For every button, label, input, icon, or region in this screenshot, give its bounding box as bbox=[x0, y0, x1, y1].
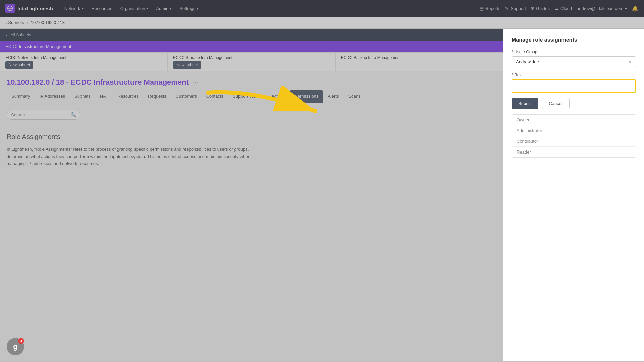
panel-buttons: Submit Cancel bbox=[512, 98, 636, 109]
role-label: * Role bbox=[512, 73, 636, 77]
badge-count: 3 bbox=[18, 338, 24, 344]
breadcrumb-back[interactable]: ‹ Subnets bbox=[5, 20, 24, 25]
tabs: Summary IP Addresses Subnets NAT Resourc… bbox=[0, 90, 503, 103]
chevron-down-icon: ▾ bbox=[197, 7, 198, 10]
tab-scans[interactable]: Scans bbox=[343, 90, 365, 103]
subnet-cell-1[interactable]: ECDC Network Infra Management New subnet bbox=[0, 53, 168, 71]
nav-organization[interactable]: Organization ▾ bbox=[117, 4, 152, 13]
user-group-label: * User / Group bbox=[512, 50, 636, 54]
highlighted-subnet[interactable]: ECDC Infrastructure Management bbox=[0, 41, 503, 52]
tab-customers[interactable]: Customers bbox=[171, 90, 202, 103]
tab-nat[interactable]: NAT bbox=[95, 90, 113, 103]
collapse-icon: ▴ bbox=[5, 33, 7, 37]
nav-right: ▤ Reports ✎ Support ⊞ Guides ☁ Cloud and… bbox=[480, 5, 639, 12]
subnet-cell-3[interactable]: ECDC Backup Infra Management bbox=[336, 53, 503, 71]
chevron-down-icon: ✕ bbox=[628, 59, 632, 64]
subnet-cell-2[interactable]: ECDC Storage Inra Management New subnet bbox=[168, 53, 335, 71]
search-row: 🔍 bbox=[0, 103, 503, 126]
role-assignments-section: Role Assignments In Lightmesh, "Role Ass… bbox=[0, 126, 503, 174]
more-options-icon[interactable]: ··· bbox=[193, 79, 198, 86]
search-box: 🔍 bbox=[7, 110, 80, 120]
new-subnet-btn-2[interactable]: New subnet bbox=[173, 61, 201, 69]
breadcrumb-separator: / bbox=[27, 20, 28, 25]
user-group-value: Andrew Joe bbox=[516, 59, 539, 64]
logo-icon bbox=[5, 4, 15, 13]
nav-admin[interactable]: Admin ▾ bbox=[153, 4, 175, 13]
tab-resources[interactable]: Resources bbox=[113, 90, 143, 103]
logo-text: tidal lightmesh bbox=[17, 6, 53, 11]
breadcrumb-current: 10.100.192.0 / 18 bbox=[31, 20, 65, 25]
tab-subnets[interactable]: Subnets bbox=[70, 90, 95, 103]
tab-support-teams[interactable]: Support Teams bbox=[228, 90, 267, 103]
new-subnet-btn-1[interactable]: New subnet bbox=[5, 61, 33, 69]
search-icon: 🔍 bbox=[70, 112, 76, 117]
role-assignments-description: In Lightmesh, "Role Assignments" refer t… bbox=[7, 146, 255, 167]
logo[interactable]: tidal lightmesh bbox=[5, 4, 53, 13]
search-input[interactable] bbox=[11, 112, 68, 117]
nav-network[interactable]: Network ▾ bbox=[61, 4, 87, 13]
page-title: 10.100.192.0 / 18 - ECDC Infrastructure … bbox=[7, 78, 189, 87]
nav-reports[interactable]: ▤ Reports bbox=[480, 6, 501, 11]
nav-guides[interactable]: ⊞ Guides bbox=[531, 6, 550, 11]
nav-support[interactable]: ✎ Support bbox=[505, 6, 526, 11]
main-layout: ▴ All Subnets ECDC Infrastructure Manage… bbox=[0, 29, 644, 361]
avatar-circle[interactable]: g 3 bbox=[7, 338, 24, 355]
nav-links: Network ▾ Resources Organization ▾ Admin… bbox=[61, 4, 472, 13]
tab-activity[interactable]: Activity bbox=[267, 90, 290, 103]
tab-alerts[interactable]: Alerts bbox=[323, 90, 343, 103]
tab-summary[interactable]: Summary bbox=[7, 90, 35, 103]
submit-button[interactable]: Submit bbox=[512, 98, 538, 109]
chart-icon: ▤ bbox=[480, 6, 484, 11]
avatar-letter: g bbox=[13, 342, 17, 351]
nav-user-email[interactable]: andrew@tidalcloud.com ▾ bbox=[577, 6, 627, 11]
role-input[interactable] bbox=[513, 81, 635, 91]
tab-requests[interactable]: Requests bbox=[143, 90, 171, 103]
role-option-reader[interactable]: Reader bbox=[512, 147, 636, 157]
chevron-down-icon: ▾ bbox=[170, 7, 171, 10]
right-panel: Manage role assignments * User / Group A… bbox=[503, 29, 644, 361]
nav-settings[interactable]: Settings ▾ bbox=[176, 4, 202, 13]
role-dropdown-options: Owner Administrator Contributor Reader bbox=[512, 114, 636, 158]
tab-ip-addresses[interactable]: IP Addresses bbox=[35, 90, 70, 103]
role-option-contributor[interactable]: Contributor bbox=[512, 136, 636, 147]
cloud-icon: ☁ bbox=[554, 6, 559, 11]
chevron-down-icon: ▾ bbox=[146, 7, 148, 10]
chevron-down-icon: ▾ bbox=[82, 7, 84, 10]
main-content: ▴ All Subnets ECDC Infrastructure Manage… bbox=[0, 29, 503, 361]
role-assignments-title: Role Assignments bbox=[7, 133, 496, 141]
role-input-container bbox=[512, 79, 636, 93]
page-title-row: 10.100.192.0 / 18 - ECDC Infrastructure … bbox=[0, 71, 503, 90]
tab-contacts[interactable]: Contacts bbox=[202, 90, 228, 103]
panel-title: Manage role assignments bbox=[512, 37, 636, 43]
nav-cloud[interactable]: ☁ Cloud bbox=[554, 6, 572, 11]
user-group-select[interactable]: Andrew Joe ✕ bbox=[512, 56, 636, 67]
subnet-tree: ▴ All Subnets ECDC Infrastructure Manage… bbox=[0, 29, 503, 71]
subnet-children-row: ECDC Network Infra Management New subnet… bbox=[0, 52, 503, 71]
cancel-button[interactable]: Cancel bbox=[542, 98, 569, 109]
tab-permissions[interactable]: Permissions bbox=[290, 90, 323, 103]
breadcrumb: ‹ Subnets / 10.100.192.0 / 18 bbox=[0, 17, 644, 29]
chevron-down-icon: ▾ bbox=[625, 6, 627, 11]
guides-icon: ⊞ bbox=[531, 6, 534, 11]
role-option-administrator[interactable]: Administrator bbox=[512, 125, 636, 136]
support-icon: ✎ bbox=[505, 6, 509, 11]
role-option-owner[interactable]: Owner bbox=[512, 115, 636, 125]
all-subnets-row[interactable]: ▴ All Subnets bbox=[0, 29, 503, 41]
navbar: tidal lightmesh Network ▾ Resources Orga… bbox=[0, 0, 644, 17]
nav-resources[interactable]: Resources bbox=[88, 4, 116, 13]
back-arrow-icon: ‹ bbox=[5, 20, 7, 25]
avatar-badge[interactable]: g 3 bbox=[7, 338, 24, 355]
notifications-bell[interactable]: 🔔 bbox=[632, 5, 639, 12]
